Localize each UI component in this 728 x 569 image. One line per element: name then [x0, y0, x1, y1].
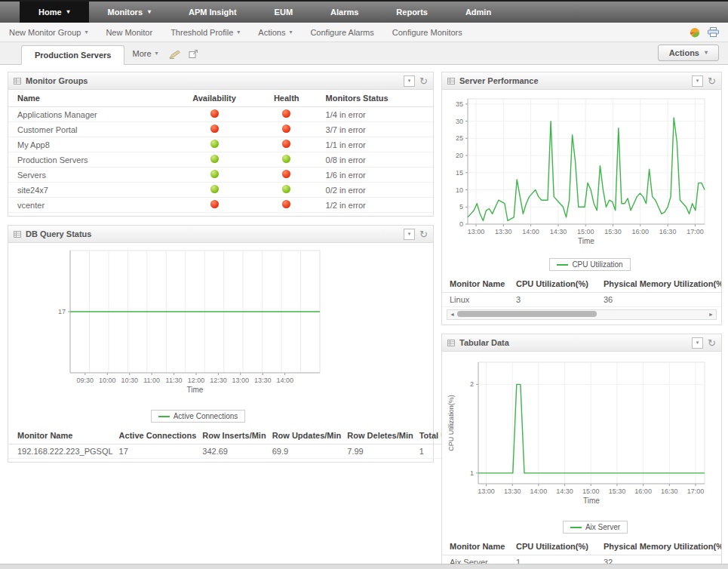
refresh-icon[interactable]: ↻	[419, 76, 428, 86]
collapse-panel-icon[interactable]: ▾	[692, 75, 703, 87]
toolbar-item-threshold-profile[interactable]: Threshold Profile▾	[170, 28, 240, 37]
pie-chart-icon[interactable]	[690, 27, 700, 38]
toolbar-item-actions[interactable]: Actions▾	[258, 28, 292, 37]
toolbar-item-new-monitor-group[interactable]: New Monitor Group▾	[9, 28, 88, 37]
monitor-group-link[interactable]: Production Servers	[8, 152, 178, 168]
nav-item-label: Monitors	[108, 8, 143, 17]
monitor-group-link[interactable]: Servers	[8, 168, 178, 183]
more-dropdown[interactable]: More ▾	[124, 45, 165, 64]
printer-icon[interactable]	[708, 27, 719, 37]
collapse-panel-icon[interactable]: ▾	[692, 337, 703, 349]
server-performance-chart: 0510152025303513:0013:3014:0014:3015:001…	[445, 93, 711, 254]
toolbar-item-new-monitor[interactable]: New Monitor	[106, 28, 152, 37]
health-status-dot-green[interactable]	[282, 155, 290, 163]
status-cell	[250, 137, 323, 152]
collapse-panel-icon[interactable]: ▾	[404, 229, 415, 240]
svg-text:15:00: 15:00	[582, 487, 600, 495]
availability-status-dot-green[interactable]	[210, 155, 219, 163]
svg-text:13:30: 13:30	[495, 228, 512, 235]
health-status-dot-green[interactable]	[282, 185, 290, 193]
svg-text:Time: Time	[583, 497, 600, 505]
svg-text:09:30: 09:30	[77, 377, 94, 384]
status-cell	[250, 198, 323, 213]
monitor-name-link[interactable]: 192.168.222.223_PGSQL	[8, 444, 116, 459]
svg-text:25: 25	[456, 134, 463, 142]
monitor-group-link[interactable]: Customer Portal	[8, 122, 178, 137]
refresh-icon[interactable]: ↻	[708, 338, 716, 348]
chart-legend: Aix Server	[563, 521, 628, 534]
refresh-icon[interactable]: ↻	[708, 76, 716, 86]
panel-header: Server Performance ▾ ↻	[442, 72, 721, 90]
footer-bar	[0, 564, 728, 569]
monitors-status-text: 3/7 in error	[323, 122, 433, 137]
tab-production-servers[interactable]: Production Servers	[21, 45, 124, 65]
health-status-dot-red[interactable]	[282, 170, 290, 178]
tabular-data-chart: 1213:0013:3014:0014:3015:0015:3016:0016:…	[445, 355, 711, 517]
monitor-group-link[interactable]: vcenter	[8, 198, 178, 213]
nav-item-home[interactable]: Home▾	[20, 2, 89, 23]
toolbar-item-configure-alarms[interactable]: Configure Alarms	[310, 28, 373, 37]
legend-line-swatch	[557, 264, 568, 266]
metric-value: 69.9	[269, 444, 345, 459]
status-cell	[250, 168, 323, 183]
availability-status-dot-green[interactable]	[210, 140, 219, 148]
svg-text:15: 15	[456, 169, 463, 177]
db-query-status-chart: 1709:3010:0010:3011:0011:3012:0012:3013:…	[11, 246, 424, 406]
scroll-right-arrow[interactable]: ►	[708, 310, 714, 318]
chart-legend: Active Connections	[151, 410, 246, 423]
svg-text:Time: Time	[187, 386, 204, 394]
health-status-dot-red[interactable]	[282, 200, 290, 208]
monitor-group-link[interactable]: Applications Manager	[8, 107, 178, 122]
actions-button[interactable]: Actions ▾	[658, 45, 719, 61]
svg-text:16:00: 16:00	[634, 487, 652, 495]
svg-text:14:00: 14:00	[276, 377, 293, 384]
availability-status-dot-green[interactable]	[210, 185, 219, 193]
availability-status-dot-green[interactable]	[210, 170, 219, 178]
monitor-group-link[interactable]: site24x7	[8, 183, 178, 198]
monitors-status-text: 1/4 in error	[323, 107, 433, 122]
health-status-dot-red[interactable]	[282, 125, 290, 133]
panel-header: Tabular Data ▾ ↻	[442, 334, 721, 352]
availability-status-dot-red[interactable]	[210, 125, 219, 133]
server-performance-table: Monitor NameCPU Utilization(%)Physical M…	[442, 275, 721, 307]
monitor-name-link[interactable]: Linux	[442, 293, 513, 307]
nav-item-alarms[interactable]: Alarms	[312, 2, 377, 23]
nav-item-monitors[interactable]: Monitors▾	[89, 2, 170, 23]
toolbar-item-label: Threshold Profile	[170, 28, 233, 37]
panel-header: DB Query Status ▾ ↻	[8, 226, 433, 243]
metric-value: 17	[116, 444, 200, 459]
table-row: My App81/1 in error	[8, 137, 433, 152]
svg-text:10:30: 10:30	[121, 377, 138, 384]
health-status-dot-red[interactable]	[282, 140, 290, 148]
svg-text:10: 10	[456, 186, 463, 194]
table-icon	[447, 340, 455, 346]
availability-status-dot-red[interactable]	[210, 109, 219, 118]
legend-label: Aix Server	[585, 523, 620, 531]
nav-item-reports[interactable]: Reports	[377, 2, 447, 23]
nav-item-admin[interactable]: Admin	[447, 2, 510, 23]
toolbar-item-configure-monitors[interactable]: Configure Monitors	[392, 28, 462, 37]
table-row: Servers1/6 in error	[8, 168, 433, 183]
top-nav-bar: Home▾Monitors▾APM InsightEUMAlarmsReport…	[0, 0, 728, 23]
refresh-icon[interactable]: ↻	[419, 229, 428, 239]
nav-item-eum[interactable]: EUM	[256, 2, 312, 23]
horizontal-scrollbar[interactable]: ◄ ►	[447, 309, 717, 320]
metric-value: 36	[601, 293, 721, 307]
monitor-group-link[interactable]: My App8	[8, 137, 178, 152]
scroll-left-arrow[interactable]: ◄	[450, 310, 455, 318]
column-header-physical-memory-utilization-: Physical Memory Utilization(%)	[601, 275, 721, 293]
availability-status-dot-red[interactable]	[210, 200, 219, 208]
svg-text:13:00: 13:00	[232, 377, 250, 384]
legend-label: Active Connections	[174, 412, 238, 420]
svg-text:13:30: 13:30	[504, 487, 521, 495]
more-label: More	[132, 49, 151, 58]
open-new-window-icon[interactable]	[189, 49, 198, 59]
collapse-panel-icon[interactable]: ▾	[404, 75, 415, 87]
nav-item-apm-insight[interactable]: APM Insight	[170, 2, 256, 23]
column-header-cpu-utilization-: CPU Utilization(%)	[513, 275, 601, 293]
scrollbar-thumb[interactable]	[457, 311, 597, 317]
column-header-physical-memory-utilization-: Physical Memory Utilization(%)	[601, 538, 721, 555]
svg-text:15:30: 15:30	[604, 228, 622, 235]
health-status-dot-red[interactable]	[282, 109, 290, 118]
edit-dashboard-icon[interactable]	[169, 50, 181, 59]
